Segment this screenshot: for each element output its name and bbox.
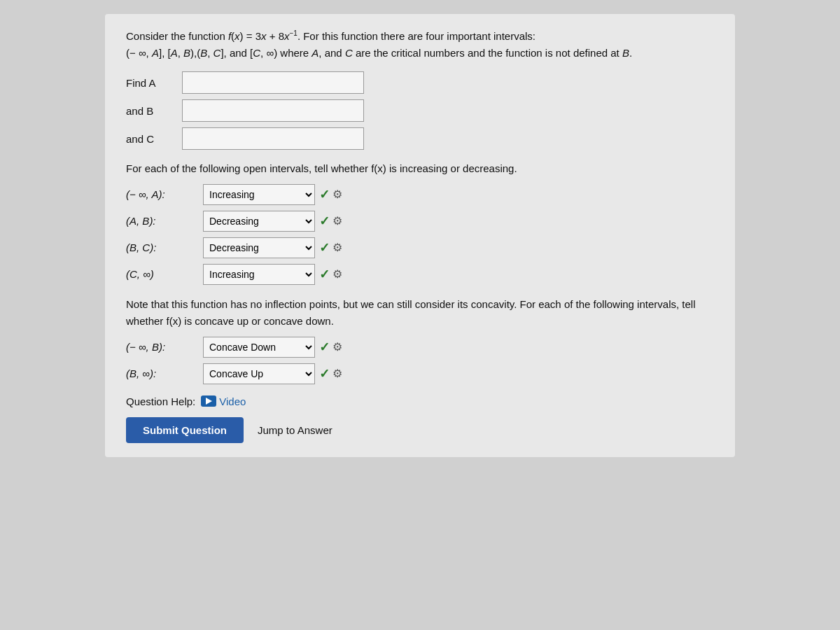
interval-row-0: (− ∞, A): Increasing Decreasing ✓ ⚙ xyxy=(126,184,714,205)
find-a-input[interactable] xyxy=(182,71,364,94)
submit-button[interactable]: Submit Question xyxy=(126,417,244,443)
concavity-label-0: (− ∞, B): xyxy=(126,341,203,353)
interval-label-3: (C, ∞) xyxy=(126,268,203,280)
find-c-input[interactable] xyxy=(182,127,364,150)
concavity-gear-1[interactable]: ⚙ xyxy=(332,367,342,380)
interval-label-1: (A, B): xyxy=(126,215,203,227)
interval-select-1[interactable]: Increasing Decreasing xyxy=(203,211,315,232)
interval-row-2: (B, C): Increasing Decreasing ✓ ⚙ xyxy=(126,237,714,258)
question-help-row: Question Help: Video xyxy=(126,396,714,407)
concavity-row-0: (− ∞, B): Concave Up Concave Down ✓ ⚙ xyxy=(126,337,714,358)
check-icon-3: ✓ xyxy=(319,267,330,282)
concavity-label-1: (B, ∞): xyxy=(126,368,203,379)
interval-label-2: (B, C): xyxy=(126,241,203,253)
check-icon-0: ✓ xyxy=(319,187,330,202)
interval-select-0[interactable]: Increasing Decreasing xyxy=(203,184,315,205)
problem-description: Consider the function f(x) = 3x + 8x−1. … xyxy=(126,28,714,62)
find-b-input[interactable] xyxy=(182,99,364,122)
find-c-label: and C xyxy=(126,133,182,145)
concavity-row-1: (B, ∞): Concave Up Concave Down ✓ ⚙ xyxy=(126,363,714,384)
concavity-check-0: ✓ xyxy=(319,340,330,355)
question-help-label: Question Help: xyxy=(126,396,195,407)
bottom-bar: Submit Question Jump to Answer xyxy=(126,417,714,443)
interval-select-2[interactable]: Increasing Decreasing xyxy=(203,237,315,258)
check-icon-2: ✓ xyxy=(319,240,330,255)
gear-icon-0[interactable]: ⚙ xyxy=(332,188,342,201)
find-a-label: Find A xyxy=(126,77,182,89)
interval-row-1: (A, B): Increasing Decreasing ✓ ⚙ xyxy=(126,211,714,232)
find-b-row: and B xyxy=(126,99,714,122)
page-container: Consider the function f(x) = 3x + 8x−1. … xyxy=(105,14,735,457)
intervals-intro: For each of the following open intervals… xyxy=(126,161,714,177)
concavity-select-1[interactable]: Concave Up Concave Down xyxy=(203,363,315,384)
video-icon xyxy=(201,396,216,407)
find-c-row: and C xyxy=(126,127,714,150)
concavity-intro: Note that this function has no inflectio… xyxy=(126,296,714,330)
interval-row-3: (C, ∞) Increasing Decreasing ✓ ⚙ xyxy=(126,264,714,285)
interval-label-0: (− ∞, A): xyxy=(126,188,203,200)
video-link[interactable]: Video xyxy=(201,396,246,407)
video-triangle xyxy=(206,398,212,405)
video-label: Video xyxy=(219,396,246,407)
check-icon-1: ✓ xyxy=(319,214,330,229)
gear-icon-2[interactable]: ⚙ xyxy=(332,241,342,254)
gear-icon-1[interactable]: ⚙ xyxy=(332,214,342,227)
gear-icon-3[interactable]: ⚙ xyxy=(332,267,342,281)
concavity-gear-0[interactable]: ⚙ xyxy=(332,340,342,354)
find-b-label: and B xyxy=(126,105,182,117)
interval-select-3[interactable]: Increasing Decreasing xyxy=(203,264,315,285)
find-a-row: Find A xyxy=(126,71,714,94)
jump-to-answer[interactable]: Jump to Answer xyxy=(258,424,332,436)
concavity-check-1: ✓ xyxy=(319,366,330,382)
concavity-select-0[interactable]: Concave Up Concave Down xyxy=(203,337,315,358)
